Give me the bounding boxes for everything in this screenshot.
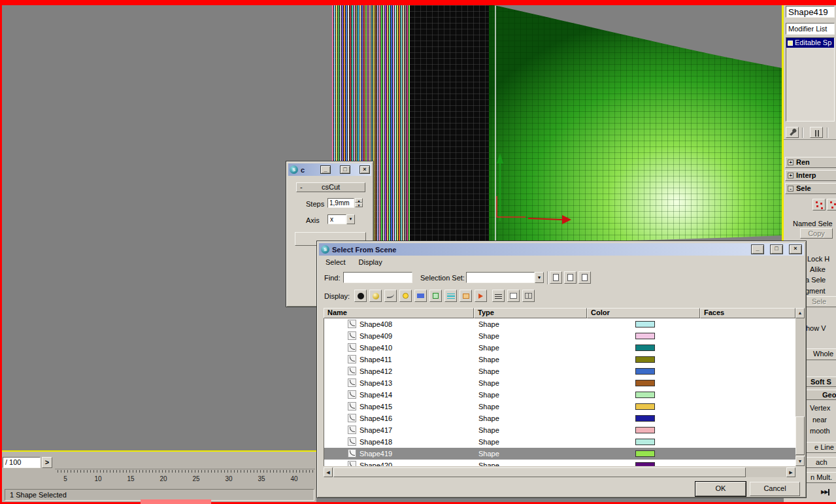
- steps-spinner: ▲ ▼: [355, 198, 363, 208]
- rollout-interpolation[interactable]: +Interp: [785, 170, 836, 181]
- lock-handles-checkbox[interactable]: Lock H: [807, 255, 829, 263]
- table-row[interactable]: Shape420 Shape: [324, 460, 795, 466]
- minimize-button[interactable]: _: [320, 165, 331, 174]
- vertical-scrollbar[interactable]: ▼: [795, 318, 805, 466]
- vertex-icon: [816, 201, 818, 203]
- copy-button[interactable]: Copy: [800, 228, 833, 239]
- table-row[interactable]: Shape415 Shape: [324, 401, 795, 412]
- alike-radio[interactable]: Alike: [810, 265, 826, 273]
- color-swatch: [635, 439, 655, 445]
- close-button[interactable]: ×: [359, 165, 370, 174]
- table-row[interactable]: Shape419 Shape: [324, 448, 795, 460]
- column-header-faces[interactable]: Faces: [700, 308, 795, 318]
- table-row[interactable]: Shape411 Shape: [324, 354, 795, 365]
- area-selection-checkbox[interactable]: a Sele: [805, 276, 826, 284]
- cancel-button[interactable]: Cancel: [750, 482, 800, 496]
- spin-down-button[interactable]: ▼: [355, 203, 363, 207]
- stack-toolbar: [784, 126, 836, 140]
- display-bones-icon[interactable]: [475, 290, 487, 302]
- cscut-titlebar[interactable]: s c _ □ ×: [288, 163, 371, 176]
- display-geometry-icon[interactable]: [369, 290, 382, 302]
- object-name-field[interactable]: [786, 6, 835, 18]
- scroll-down-button[interactable]: ▼: [795, 456, 805, 466]
- column-header-type[interactable]: Type: [474, 308, 587, 318]
- screenshot-frame: / 100 > 510152025303540 1 Shape Selected…: [0, 0, 836, 504]
- axis-dropdown-arrow[interactable]: ▼: [346, 214, 355, 224]
- display-helpers-icon[interactable]: [429, 290, 442, 302]
- display-shapes-icon[interactable]: [384, 290, 397, 302]
- table-row[interactable]: Shape416 Shape: [324, 412, 795, 424]
- scrollbar-thumb[interactable]: [333, 467, 746, 477]
- table-row[interactable]: Shape414 Shape: [324, 389, 795, 401]
- named-set-icon-2[interactable]: [564, 271, 577, 284]
- scroll-up-button[interactable]: ▲: [795, 308, 805, 318]
- minimize-button[interactable]: _: [751, 244, 764, 254]
- taskbar-highlight: [141, 499, 211, 504]
- menu-display[interactable]: Display: [352, 256, 389, 269]
- modifier-list-dropdown[interactable]: Modifier List: [786, 23, 835, 35]
- table-row[interactable]: Shape412 Shape: [324, 365, 795, 377]
- rollout-rendering[interactable]: +Ren: [785, 157, 836, 168]
- steps-spinner-field[interactable]: 1,9mm: [327, 198, 354, 208]
- table-row[interactable]: Shape409 Shape: [324, 330, 795, 342]
- display-none-icon[interactable]: [354, 290, 367, 302]
- axis-label: Axis: [306, 216, 320, 224]
- spin-up-button[interactable]: ▲: [355, 198, 363, 203]
- vertex-subobject-button[interactable]: [812, 199, 826, 210]
- scroll-left-button[interactable]: ◀: [324, 467, 333, 477]
- close-button[interactable]: ×: [789, 244, 802, 254]
- view-list-icon[interactable]: [492, 290, 505, 302]
- ok-button[interactable]: OK: [695, 482, 746, 496]
- find-label: Find:: [324, 273, 340, 284]
- horizontal-scrollbar[interactable]: ◀ ▶: [324, 467, 805, 477]
- maximize-button[interactable]: □: [770, 244, 783, 254]
- display-spacewarps-icon[interactable]: [444, 290, 457, 302]
- row-name: Shape410: [359, 342, 392, 354]
- scene-list: Shape408 Shape Shape409 Shape Shape410 S…: [324, 318, 795, 466]
- display-groups-icon[interactable]: [460, 290, 472, 302]
- table-row[interactable]: Shape410 Shape: [324, 342, 795, 354]
- ruler-label: 25: [192, 475, 199, 482]
- axis-dropdown[interactable]: x: [327, 214, 346, 224]
- segment-end-checkbox[interactable]: gment: [805, 287, 826, 295]
- go-to-end-icon[interactable]: ▶▶: [821, 489, 829, 496]
- toolbar-separator: [827, 127, 828, 138]
- scrollbar-thumb[interactable]: [795, 416, 805, 455]
- table-row[interactable]: Shape417 Shape: [324, 424, 795, 436]
- smooth-radio[interactable]: mooth: [810, 427, 830, 435]
- display-lights-icon[interactable]: [399, 290, 412, 302]
- cscut-rollout-header[interactable]: - csCut: [296, 182, 365, 192]
- view-blank-icon[interactable]: [507, 290, 520, 302]
- show-vertex-numbers-checkbox[interactable]: how V: [806, 324, 826, 332]
- new-vertex-type-label: Vertex: [810, 404, 830, 412]
- segment-subobject-button[interactable]: [827, 199, 836, 210]
- selection-set-combo[interactable]: [466, 272, 535, 283]
- frame-number-field[interactable]: / 100: [3, 457, 41, 468]
- selection-set-arrow[interactable]: ▼: [535, 272, 544, 283]
- scroll-right-button[interactable]: ▶: [786, 467, 795, 477]
- linear-radio[interactable]: near: [812, 416, 827, 424]
- rollout-selection[interactable]: -Sele: [785, 183, 836, 194]
- modifier-stack[interactable]: Editable Sp: [786, 37, 835, 122]
- column-header-color[interactable]: Color: [587, 308, 700, 318]
- ruler-label: 30: [225, 475, 232, 482]
- next-frame-button[interactable]: >: [42, 457, 52, 468]
- find-input[interactable]: [343, 272, 412, 283]
- sfs-titlebar[interactable]: s Select From Scene _ □ ×: [319, 243, 804, 256]
- pin-stack-button[interactable]: [786, 127, 799, 138]
- table-row[interactable]: Shape408 Shape: [324, 318, 795, 330]
- track-bar-ruler[interactable]: 510152025303540: [55, 469, 315, 483]
- view-columns-icon[interactable]: [522, 290, 535, 302]
- named-set-icon-1[interactable]: [550, 271, 562, 284]
- menu-select[interactable]: Select: [319, 256, 352, 269]
- maximize-button[interactable]: □: [340, 165, 350, 174]
- stack-item-editable-spline[interactable]: Editable Sp: [786, 38, 834, 48]
- table-row[interactable]: Shape418 Shape: [324, 436, 795, 448]
- named-set-icon-3[interactable]: [578, 271, 591, 284]
- show-end-result-button[interactable]: [810, 127, 823, 138]
- column-header-name[interactable]: Name: [324, 308, 474, 318]
- ruler-label: 5: [63, 475, 67, 482]
- table-row[interactable]: Shape413 Shape: [324, 377, 795, 389]
- row-type: Shape: [478, 412, 499, 424]
- display-cameras-icon[interactable]: [414, 290, 427, 302]
